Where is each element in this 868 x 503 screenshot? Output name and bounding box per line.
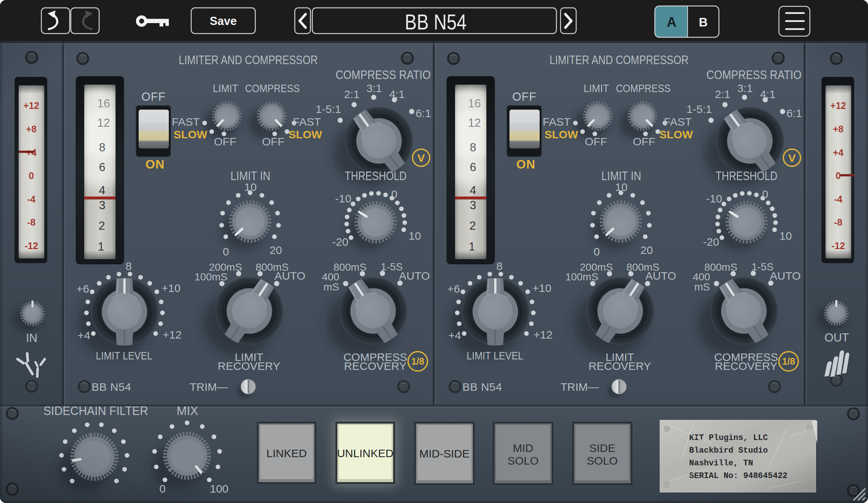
svg-text:BB N54: BB N54 (405, 10, 467, 34)
svg-text:A: A (667, 15, 676, 30)
svg-text:Save: Save (210, 15, 237, 28)
svg-text:B: B (699, 15, 708, 29)
